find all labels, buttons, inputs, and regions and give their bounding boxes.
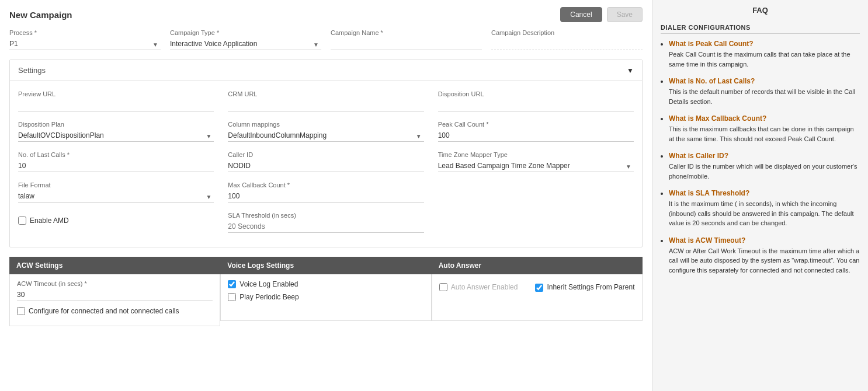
faq-answer-3: Caller ID is the number which will be di… [669, 162, 860, 181]
acw-settings-body: ACW Timeout (in secs) Configure for conn… [9, 274, 220, 326]
faq-question-5: What is ACW Timeout? [669, 236, 860, 245]
faq-answer-1: This is the default number of records th… [669, 87, 860, 106]
faq-title: FAQ [661, 6, 860, 18]
acw-timeout-label: ACW Timeout (in secs) [17, 280, 213, 287]
campaign-type-select[interactable]: Interactive Voice Application [170, 38, 321, 50]
cancel-button[interactable]: Cancel [560, 7, 602, 22]
faq-answer-5: ACW or After Call Work Timeout is the ma… [669, 246, 860, 275]
auto-answer-enabled-checkbox[interactable] [439, 283, 447, 291]
configure-calls-label: Configure for connected and not connecte… [29, 307, 179, 315]
faq-question-0: What is Peak Call Count? [669, 40, 860, 48]
campaign-name-label: Campaign Name [331, 29, 482, 36]
auto-answer-body: Auto Answer Enabled Inherit Settings Fro… [432, 274, 643, 321]
max-callback-label: Max Callback Count [228, 181, 423, 188]
campaign-description-input[interactable] [491, 38, 643, 50]
faq-item: What is Peak Call Count? Peak Call Count… [669, 40, 860, 69]
faq-question-4: What is SLA Threshold? [669, 189, 860, 197]
column-mappings-label: Column mappings [228, 121, 423, 128]
page-title: New Campaign [9, 10, 72, 20]
disposition-url-input[interactable] [438, 99, 634, 111]
faq-question-1: What is No. of Last Calls? [669, 77, 860, 85]
voice-logs-header: Voice Logs Settings [220, 257, 431, 274]
voice-logs-title: Voice Logs Settings [227, 261, 294, 270]
acw-settings-title: ACW Settings [16, 261, 63, 270]
disposition-plan-label: Disposition Plan [18, 121, 214, 128]
no-last-calls-input[interactable] [18, 160, 214, 172]
campaign-name-input[interactable] [331, 38, 482, 50]
faq-sidebar: FAQ DIALER CONFIGURATIONS What is Peak C… [652, 0, 868, 391]
peak-call-count-input[interactable] [438, 130, 634, 142]
max-callback-input[interactable] [228, 190, 423, 203]
faq-list: What is Peak Call Count? Peak Call Count… [661, 40, 860, 275]
play-periodic-beep-checkbox[interactable] [228, 293, 236, 301]
process-select[interactable]: P1 [9, 38, 161, 50]
preview-url-input[interactable] [18, 99, 214, 111]
faq-item: What is Max Callback Count? This is the … [669, 114, 860, 144]
faq-answer-4: It is the maximum time ( in seconds), in… [669, 199, 860, 228]
campaign-description-label: Campaign Description [491, 29, 643, 36]
faq-answer-0: Peak Call Count is the maximum calls tha… [669, 50, 860, 69]
configure-calls-checkbox[interactable] [17, 307, 25, 315]
faq-question-2: What is Max Callback Count? [669, 114, 860, 123]
faq-question-3: What is Caller ID? [669, 152, 860, 160]
save-button[interactable]: Save [607, 7, 643, 22]
sla-threshold-input[interactable] [228, 221, 423, 233]
acw-timeout-input[interactable] [17, 289, 213, 301]
time-zone-mapper-select[interactable]: Lead Based Campaign Time Zone Mapper [438, 160, 634, 172]
faq-item: What is Caller ID? Caller ID is the numb… [669, 152, 860, 181]
faq-item: What is SLA Threshold? It is the maximum… [669, 189, 860, 228]
file-format-select[interactable]: talaw [18, 190, 214, 203]
acw-settings-header: ACW Settings [9, 257, 220, 274]
column-mappings-select[interactable]: DefaultInboundColumnMapping [228, 130, 423, 142]
inherit-settings-checkbox[interactable] [535, 284, 543, 292]
faq-item: What is No. of Last Calls? This is the d… [669, 77, 860, 106]
preview-url-label: Preview URL [18, 90, 214, 97]
campaign-type-label: Campaign Type [170, 29, 321, 36]
faq-answer-2: This is the maximum callbacks that can b… [669, 124, 860, 144]
play-periodic-beep-label: Play Periodic Beep [239, 293, 298, 301]
disposition-plan-select[interactable]: DefaultOVCDispositionPlan [18, 130, 214, 142]
file-format-label: File Format [18, 181, 214, 188]
time-zone-mapper-label: Time Zone Mapper Type [438, 151, 634, 158]
crm-url-label: CRM URL [228, 90, 423, 97]
caller-id-label: Caller ID [228, 151, 423, 158]
voice-logs-section: Voice Logs Settings Voice Log Enabled Pl… [220, 257, 431, 326]
settings-header[interactable]: Settings ▼ [10, 60, 642, 81]
enable-amd-label: Enable AMD [30, 217, 69, 225]
auto-answer-enabled-label: Auto Answer Enabled [451, 283, 518, 291]
crm-url-input[interactable] [228, 99, 423, 111]
settings-title: Settings [18, 66, 46, 75]
peak-call-count-label: Peak Call Count [438, 121, 634, 128]
no-last-calls-label: No. of Last Calls [18, 151, 214, 158]
settings-body: Preview URL CRM URL Disposition URL Disp… [10, 81, 642, 247]
auto-answer-section: Auto Answer Auto Answer Enabled Inherit … [432, 257, 643, 326]
faq-section-title: DIALER CONFIGURATIONS [661, 24, 860, 34]
process-label: Process [9, 29, 161, 36]
caller-id-input[interactable] [228, 160, 423, 172]
voice-log-enabled-checkbox[interactable] [228, 280, 236, 288]
disposition-url-label: Disposition URL [438, 90, 634, 97]
auto-answer-header: Auto Answer [432, 257, 643, 274]
bottom-sections: ACW Settings ACW Timeout (in secs) Confi… [9, 257, 643, 326]
inherit-settings-label: Inherit Settings From Parent [547, 282, 634, 292]
voice-log-enabled-label: Voice Log Enabled [239, 280, 298, 288]
enable-amd-checkbox[interactable] [18, 217, 26, 225]
auto-answer-title: Auto Answer [439, 261, 482, 270]
voice-logs-body: Voice Log Enabled Play Periodic Beep [220, 274, 431, 321]
sla-threshold-label: SLA Threshold (in secs) [228, 212, 423, 219]
acw-settings-section: ACW Settings ACW Timeout (in secs) Confi… [9, 257, 220, 326]
settings-collapse-icon[interactable]: ▼ [627, 67, 634, 75]
faq-item: What is ACW Timeout? ACW or After Call W… [669, 236, 860, 275]
settings-section: Settings ▼ Preview URL CRM URL Dispositi… [9, 60, 643, 247]
